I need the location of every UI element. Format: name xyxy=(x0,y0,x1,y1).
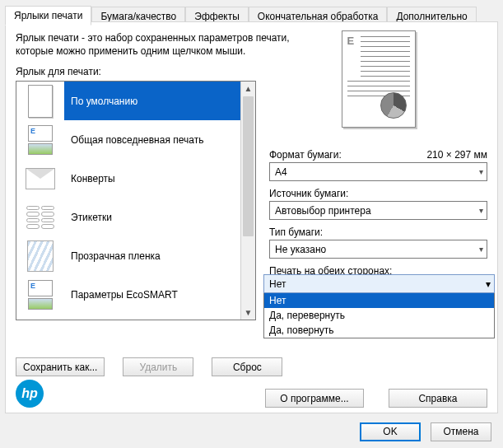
scroll-up-icon[interactable]: ▲ xyxy=(241,82,255,96)
duplex-select-open[interactable]: Нет ▾ Нет Да, перевернуть Да, повернуть xyxy=(263,274,495,338)
delete-button: Удалить xyxy=(123,357,193,376)
shortcut-label: Конверты xyxy=(71,173,241,184)
shortcut-item-default[interactable]: По умолчанию xyxy=(16,82,241,120)
shortcut-item-everyday[interactable]: E Общая повседневная печать xyxy=(16,120,241,159)
paper-type-select[interactable]: Не указано ▾ xyxy=(269,240,487,259)
shortcut-label: Параметры EcoSMART xyxy=(71,289,241,301)
paper-source-label: Источник бумаги: xyxy=(269,188,348,199)
scroll-thumb[interactable] xyxy=(243,96,254,236)
shortcut-label: Прозрачная пленка xyxy=(71,250,241,262)
shortcut-item-labels[interactable]: Этикетки xyxy=(16,198,241,236)
duplex-selected-value: Нет xyxy=(269,278,286,290)
paper-size-dim: 210 × 297 мм xyxy=(426,149,487,161)
duplex-options-list: Нет Да, перевернуть Да, повернуть xyxy=(263,293,495,338)
save-as-button[interactable]: Сохранить как... xyxy=(16,357,105,376)
paper-size-select[interactable]: A4 ▾ xyxy=(269,162,487,181)
scroll-down-icon[interactable]: ▼ xyxy=(241,306,255,320)
shortcut-item-envelopes[interactable]: Конверты xyxy=(16,159,241,198)
paper-size-value: A4 xyxy=(275,166,287,178)
tab-body: Ярлык печати - это набор сохраненных пар… xyxy=(5,21,498,413)
page-preview: E xyxy=(333,30,424,138)
chevron-down-icon: ▾ xyxy=(479,167,483,176)
ok-button[interactable]: OK xyxy=(360,422,421,441)
pie-chart-icon xyxy=(380,92,407,119)
tab-shortcuts[interactable]: Ярлыки печати xyxy=(5,6,91,26)
duplex-option-rotate[interactable]: Да, повернуть xyxy=(264,323,494,338)
shortcut-label: По умолчанию xyxy=(71,96,241,107)
shortcuts-listbox[interactable]: По умолчанию E Общая повседневная печать… xyxy=(16,81,256,320)
shortcut-item-transparency[interactable]: Прозрачная пленка xyxy=(16,236,241,275)
paper-size-label: Формат бумаги: xyxy=(269,149,342,161)
about-button[interactable]: О программе... xyxy=(265,389,364,408)
chevron-down-icon: ▾ xyxy=(486,278,491,290)
duplex-option-none[interactable]: Нет xyxy=(264,293,494,308)
paper-type-value: Не указано xyxy=(275,244,326,255)
shortcut-label: Общая повседневная печать xyxy=(71,134,241,146)
paper-type-label: Тип бумаги: xyxy=(269,226,323,238)
cancel-button[interactable]: Отмена xyxy=(431,422,491,441)
shortcut-label: Этикетки xyxy=(71,212,241,223)
chevron-down-icon: ▾ xyxy=(479,206,483,215)
help-button[interactable]: Справка xyxy=(389,389,487,408)
chevron-down-icon: ▾ xyxy=(479,245,483,254)
scrollbar[interactable]: ▲ ▼ xyxy=(240,82,255,320)
paper-source-select[interactable]: Автовыбор принтера ▾ xyxy=(269,201,487,220)
paper-source-value: Автовыбор принтера xyxy=(275,205,371,217)
preview-e-icon: E xyxy=(347,35,355,47)
shortcut-item-ecosmart[interactable]: E Параметры EcoSMART xyxy=(16,275,241,314)
hp-logo: hp xyxy=(16,380,44,408)
duplex-option-flip[interactable]: Да, перевернуть xyxy=(264,308,494,323)
